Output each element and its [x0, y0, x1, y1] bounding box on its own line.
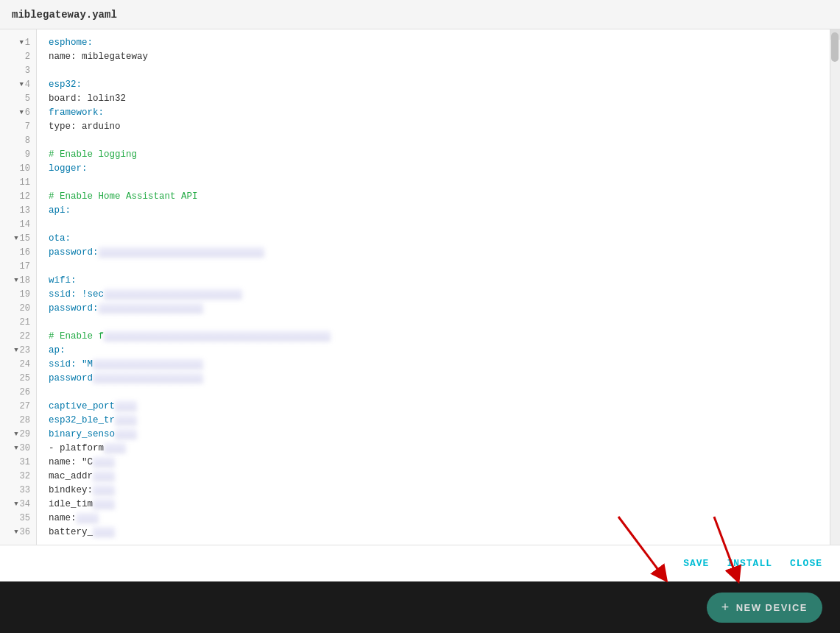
new-device-button[interactable]: + NEW DEVICE — [707, 593, 822, 623]
code-line: # Enable f______________________________… — [49, 329, 818, 343]
code-line: ota: — [49, 231, 818, 245]
main-container: miblegateway.yaml ▼123▼45▼67891011121314… — [0, 0, 840, 633]
code-line — [49, 63, 818, 77]
plus-icon: + — [721, 600, 730, 615]
line-number: 21 — [0, 315, 36, 329]
code-line: name: miblegateway — [49, 49, 818, 63]
line-number: 8 — [0, 133, 36, 147]
code-line: battery_____ — [49, 525, 818, 539]
line-number: 13 — [0, 203, 36, 217]
code-line: name: "C____ — [49, 455, 818, 469]
code-line — [49, 315, 818, 329]
line-number: 3 — [0, 63, 36, 77]
scrollbar-thumb[interactable] — [831, 32, 839, 62]
line-number: ▼1 — [0, 35, 36, 49]
line-number: 28 — [0, 413, 36, 427]
line-number: 32 — [0, 469, 36, 483]
line-number: ▼36 — [0, 525, 36, 539]
line-number: ▼34 — [0, 497, 36, 511]
line-number: ▼29 — [0, 427, 36, 441]
code-line — [49, 133, 818, 147]
install-button[interactable]: INSTALL — [727, 558, 772, 569]
code-line — [49, 385, 818, 399]
new-device-label: NEW DEVICE — [736, 602, 808, 613]
code-line: binary_senso____ — [49, 427, 818, 441]
code-line: # Enable Home Assistant API — [49, 189, 818, 203]
line-number: 27 — [0, 399, 36, 413]
code-line: ssid: "M____________________ — [49, 357, 818, 371]
code-line: - platform____ — [49, 441, 818, 455]
code-line: idle_tim____ — [49, 497, 818, 511]
line-number: ▼30 — [0, 441, 36, 455]
line-number: 11 — [0, 175, 36, 189]
bottom-bar: + NEW DEVICE — [0, 581, 840, 633]
code-line: name: ____ — [49, 511, 818, 525]
code-line: ap: — [49, 343, 818, 357]
line-numbers: ▼123▼45▼67891011121314▼151617▼1819202122… — [0, 29, 37, 581]
save-button[interactable]: SAVE — [683, 558, 709, 569]
code-line: mac_addr____ — [49, 469, 818, 483]
line-number: 35 — [0, 511, 36, 525]
code-line — [49, 259, 818, 273]
code-line: esphome: — [49, 35, 818, 49]
code-line: api: — [49, 203, 818, 217]
line-number: 20 — [0, 301, 36, 315]
code-line: ssid: !sec_________________________ — [49, 287, 818, 301]
line-number: 24 — [0, 357, 36, 371]
code-area[interactable]: esphome: name: miblegatewayesp32: board:… — [37, 29, 830, 581]
code-line: esp32_ble_tr____ — [49, 413, 818, 427]
editor-title: miblegateway.yaml — [12, 9, 117, 21]
line-number: ▼23 — [0, 343, 36, 357]
line-number: 9 — [0, 147, 36, 161]
line-number: 33 — [0, 483, 36, 497]
code-line: wifi: — [49, 273, 818, 287]
line-number: ▼15 — [0, 231, 36, 245]
editor-title-bar: miblegateway.yaml — [0, 0, 840, 29]
code-line: password: ______________________________ — [49, 245, 818, 259]
code-line: logger: — [49, 161, 818, 175]
close-button[interactable]: CLOSE — [790, 558, 822, 569]
code-line: bindkey:____ — [49, 483, 818, 497]
editor-panel: miblegateway.yaml ▼123▼45▼67891011121314… — [0, 0, 840, 581]
code-line: type: arduino — [49, 119, 818, 133]
line-number: ▼6 — [0, 105, 36, 119]
code-line: esp32: — [49, 77, 818, 91]
code-line: board: lolin32 — [49, 91, 818, 105]
line-number: 10 — [0, 161, 36, 175]
line-number: 17 — [0, 259, 36, 273]
code-line — [49, 175, 818, 189]
editor-body: ▼123▼45▼67891011121314▼151617▼1819202122… — [0, 29, 840, 581]
line-number: 2 — [0, 49, 36, 63]
code-line: framework: — [49, 105, 818, 119]
line-number: 22 — [0, 329, 36, 343]
code-line: captive_port____ — [49, 399, 818, 413]
line-number: 25 — [0, 371, 36, 385]
scrollbar[interactable]: ▲ ▼ — [830, 29, 840, 581]
code-line: # Enable logging — [49, 147, 818, 161]
code-line: password____________________ — [49, 371, 818, 385]
line-number: 16 — [0, 245, 36, 259]
line-number: 19 — [0, 287, 36, 301]
line-number: 31 — [0, 455, 36, 469]
line-number: 12 — [0, 189, 36, 203]
line-number: 14 — [0, 217, 36, 231]
line-number: 5 — [0, 91, 36, 105]
code-line — [49, 217, 818, 231]
line-number: ▼4 — [0, 77, 36, 91]
line-number: 7 — [0, 119, 36, 133]
footer-bar: SAVE INSTALL CLOSE — [0, 545, 840, 581]
line-number: ▼18 — [0, 273, 36, 287]
line-number: 26 — [0, 385, 36, 399]
code-line: password: ___________________ — [49, 301, 818, 315]
